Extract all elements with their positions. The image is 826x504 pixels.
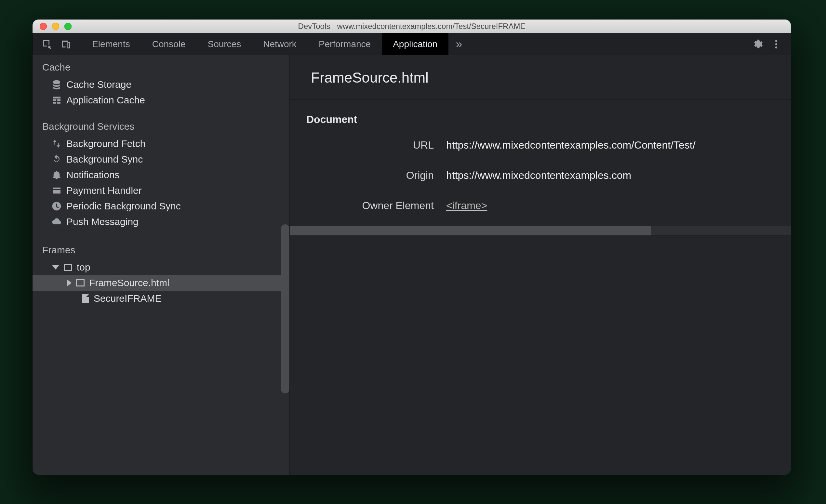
sidebar-item-label: Cache Storage bbox=[66, 79, 131, 90]
sidebar-item-label: Notifications bbox=[66, 170, 119, 181]
frame-detail-panel: FrameSource.html Document URL https://ww… bbox=[290, 55, 791, 475]
label-owner-element: Owner Element bbox=[290, 200, 446, 212]
sidebar-item-background-fetch[interactable]: Background Fetch bbox=[33, 136, 289, 151]
tab-console[interactable]: Console bbox=[141, 33, 197, 55]
sidebar-item-label: Background Fetch bbox=[66, 138, 145, 149]
sidebar-item-periodic-sync[interactable]: Periodic Background Sync bbox=[33, 198, 289, 214]
frame-top[interactable]: top bbox=[33, 259, 289, 275]
sidebar-item-label: Application Cache bbox=[66, 94, 145, 106]
sidebar-item-payment-handler[interactable]: Payment Handler bbox=[33, 183, 289, 198]
value-owner-element: <iframe> bbox=[446, 200, 487, 212]
sidebar-item-cache-storage[interactable]: Cache Storage bbox=[33, 77, 289, 92]
titlebar: DevTools - www.mixedcontentexamples.com/… bbox=[33, 19, 791, 33]
settings-icon[interactable] bbox=[752, 39, 763, 50]
row-owner-element: Owner Element <iframe> bbox=[290, 196, 791, 226]
window-controls bbox=[33, 23, 71, 30]
svg-point-1 bbox=[775, 43, 777, 45]
document-icon bbox=[82, 294, 89, 303]
cloud-icon bbox=[51, 216, 62, 227]
value-url: https://www.mixedcontentexamples.com/Con… bbox=[446, 139, 696, 151]
application-sidebar: Cache Cache Storage Application Cache Ba… bbox=[33, 55, 289, 475]
tab-sources[interactable]: Sources bbox=[196, 33, 252, 55]
horizontal-scrollbar-track[interactable] bbox=[290, 226, 791, 236]
frame-icon bbox=[64, 264, 72, 271]
card-icon bbox=[51, 185, 62, 196]
tabs-overflow-button[interactable]: » bbox=[449, 33, 469, 55]
section-frames: Frames bbox=[33, 230, 289, 259]
bell-icon bbox=[51, 170, 62, 180]
sidebar-scrollbar[interactable] bbox=[281, 225, 289, 393]
sidebar-item-background-sync[interactable]: Background Sync bbox=[33, 151, 289, 167]
zoom-window-button[interactable] bbox=[64, 23, 71, 30]
sidebar-item-label: Periodic Background Sync bbox=[66, 201, 181, 212]
frame-icon bbox=[76, 279, 84, 287]
row-origin: Origin https://www.mixedcontentexamples.… bbox=[290, 166, 791, 196]
frame-secureiframe[interactable]: SecureIFRAME bbox=[33, 291, 289, 306]
value-origin: https://www.mixedcontentexamples.com bbox=[446, 170, 631, 181]
tab-performance[interactable]: Performance bbox=[308, 33, 382, 55]
chevron-right-icon[interactable] bbox=[67, 279, 71, 287]
clock-icon bbox=[51, 201, 62, 211]
panel-body: Cache Cache Storage Application Cache Ba… bbox=[33, 55, 791, 475]
tab-elements[interactable]: Elements bbox=[81, 33, 141, 55]
chevron-down-icon[interactable] bbox=[52, 265, 59, 269]
tabs: Elements Console Sources Network Perform… bbox=[81, 33, 449, 55]
minimize-window-button[interactable] bbox=[52, 23, 59, 30]
inspect-element-icon[interactable] bbox=[42, 39, 53, 50]
row-url: URL https://www.mixedcontentexamples.com… bbox=[290, 135, 791, 166]
horizontal-scrollbar-thumb[interactable] bbox=[290, 226, 651, 236]
label-origin: Origin bbox=[290, 170, 446, 181]
sidebar-item-push-messaging[interactable]: Push Messaging bbox=[33, 214, 289, 230]
sidebar-item-application-cache[interactable]: Application Cache bbox=[33, 92, 289, 108]
devtools-window: DevTools - www.mixedcontentexamples.com/… bbox=[33, 19, 791, 475]
frame-label: SecureIFRAME bbox=[94, 293, 161, 304]
owner-element-link[interactable]: <iframe> bbox=[446, 200, 487, 211]
arrows-vertical-icon bbox=[51, 138, 62, 149]
window-title: DevTools - www.mixedcontentexamples.com/… bbox=[33, 22, 791, 31]
frame-framesource[interactable]: FrameSource.html bbox=[33, 275, 289, 291]
device-toolbar-icon[interactable] bbox=[60, 39, 71, 50]
kebab-menu-icon[interactable] bbox=[771, 39, 782, 50]
tab-network[interactable]: Network bbox=[252, 33, 308, 55]
refresh-icon bbox=[51, 154, 62, 165]
database-icon bbox=[51, 79, 62, 90]
grid-icon bbox=[51, 95, 62, 105]
section-background-services: Background Services bbox=[33, 108, 289, 136]
detail-section-title: Document bbox=[290, 100, 791, 135]
svg-point-0 bbox=[775, 40, 777, 42]
devtools-tabstrip: Elements Console Sources Network Perform… bbox=[33, 33, 791, 55]
frame-label: FrameSource.html bbox=[89, 277, 169, 289]
sidebar-item-label: Background Sync bbox=[66, 154, 143, 165]
sidebar-item-label: Push Messaging bbox=[66, 216, 138, 227]
sidebar-item-notifications[interactable]: Notifications bbox=[33, 167, 289, 183]
sidebar-item-label: Payment Handler bbox=[66, 185, 142, 196]
detail-heading: FrameSource.html bbox=[311, 70, 791, 86]
section-cache: Cache bbox=[33, 55, 289, 77]
label-url: URL bbox=[290, 139, 446, 151]
tab-application[interactable]: Application bbox=[382, 33, 449, 55]
close-window-button[interactable] bbox=[40, 23, 47, 30]
svg-point-2 bbox=[775, 46, 777, 48]
detail-header: FrameSource.html bbox=[290, 55, 791, 100]
frame-label: top bbox=[77, 262, 91, 273]
